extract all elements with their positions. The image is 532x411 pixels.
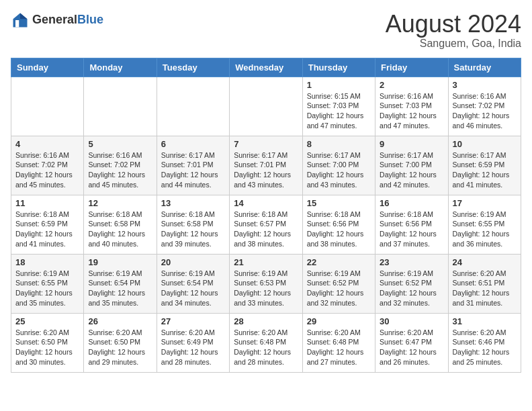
weekday-header-cell: Sunday xyxy=(11,58,84,77)
calendar-day-cell: 14Sunrise: 6:18 AMSunset: 6:57 PMDayligh… xyxy=(230,195,302,254)
calendar-day-cell: 17Sunrise: 6:19 AMSunset: 6:55 PMDayligh… xyxy=(448,195,521,254)
day-number: 8 xyxy=(307,139,371,149)
day-info: Sunrise: 6:18 AMSunset: 6:58 PMDaylight:… xyxy=(88,210,152,249)
svg-rect-2 xyxy=(15,20,19,28)
day-info: Sunrise: 6:18 AMSunset: 6:59 PMDaylight:… xyxy=(15,210,79,249)
calendar-day-cell: 16Sunrise: 6:18 AMSunset: 6:56 PMDayligh… xyxy=(375,195,448,254)
weekday-header-cell: Friday xyxy=(375,58,448,77)
calendar-day-cell: 31Sunrise: 6:20 AMSunset: 6:46 PMDayligh… xyxy=(448,313,521,372)
day-number: 27 xyxy=(161,316,225,326)
day-info: Sunrise: 6:19 AMSunset: 6:52 PMDaylight:… xyxy=(380,269,443,308)
day-number: 25 xyxy=(15,316,79,326)
day-info: Sunrise: 6:17 AMSunset: 6:59 PMDaylight:… xyxy=(453,150,517,190)
day-info: Sunrise: 6:19 AMSunset: 6:55 PMDaylight:… xyxy=(15,269,79,308)
day-info: Sunrise: 6:15 AMSunset: 7:03 PMDaylight:… xyxy=(307,91,371,131)
calendar-week-row: 11Sunrise: 6:18 AMSunset: 6:59 PMDayligh… xyxy=(11,195,521,254)
calendar-day-cell: 20Sunrise: 6:19 AMSunset: 6:54 PMDayligh… xyxy=(157,254,229,313)
calendar-day-cell: 28Sunrise: 6:20 AMSunset: 6:48 PMDayligh… xyxy=(230,313,302,372)
calendar-week-row: 4Sunrise: 6:16 AMSunset: 7:02 PMDaylight… xyxy=(11,136,521,195)
day-info: Sunrise: 6:17 AMSunset: 7:00 PMDaylight:… xyxy=(307,150,371,190)
day-number: 30 xyxy=(380,316,443,326)
day-info: Sunrise: 6:19 AMSunset: 6:52 PMDaylight:… xyxy=(307,269,371,308)
day-number: 26 xyxy=(88,316,152,326)
title-block: August 2024 Sanguem, Goa, India xyxy=(386,11,521,50)
calendar-week-row: 25Sunrise: 6:20 AMSunset: 6:50 PMDayligh… xyxy=(11,313,521,372)
day-number: 9 xyxy=(380,139,443,149)
day-number: 2 xyxy=(380,80,443,90)
logo: GeneralBlue xyxy=(11,11,103,30)
day-info: Sunrise: 6:20 AMSunset: 6:50 PMDaylight:… xyxy=(15,328,79,367)
day-info: Sunrise: 6:20 AMSunset: 6:48 PMDaylight:… xyxy=(307,328,371,367)
day-info: Sunrise: 6:18 AMSunset: 6:56 PMDaylight:… xyxy=(380,210,443,249)
page-header: GeneralBlue August 2024 Sanguem, Goa, In… xyxy=(11,11,521,50)
day-info: Sunrise: 6:20 AMSunset: 6:47 PMDaylight:… xyxy=(380,328,443,367)
calendar-day-cell: 30Sunrise: 6:20 AMSunset: 6:47 PMDayligh… xyxy=(375,313,448,372)
logo-icon xyxy=(11,11,30,30)
day-info: Sunrise: 6:17 AMSunset: 7:01 PMDaylight:… xyxy=(234,150,298,190)
calendar-day-cell: 29Sunrise: 6:20 AMSunset: 6:48 PMDayligh… xyxy=(302,313,375,372)
day-info: Sunrise: 6:17 AMSunset: 7:01 PMDaylight:… xyxy=(161,150,225,190)
day-number: 24 xyxy=(453,257,517,267)
calendar-day-cell xyxy=(84,77,157,136)
calendar-day-cell: 10Sunrise: 6:17 AMSunset: 6:59 PMDayligh… xyxy=(448,136,521,195)
day-number: 31 xyxy=(453,316,517,326)
calendar-day-cell: 6Sunrise: 6:17 AMSunset: 7:01 PMDaylight… xyxy=(157,136,229,195)
calendar-day-cell: 26Sunrise: 6:20 AMSunset: 6:50 PMDayligh… xyxy=(84,313,157,372)
day-info: Sunrise: 6:20 AMSunset: 6:50 PMDaylight:… xyxy=(88,328,152,367)
day-number: 14 xyxy=(234,198,298,208)
calendar-day-cell xyxy=(157,77,229,136)
calendar-table: SundayMondayTuesdayWednesdayThursdayFrid… xyxy=(11,58,521,373)
day-number: 7 xyxy=(234,139,298,149)
svg-marker-1 xyxy=(20,13,28,19)
day-number: 22 xyxy=(307,257,371,267)
day-info: Sunrise: 6:16 AMSunset: 7:02 PMDaylight:… xyxy=(453,91,517,131)
weekday-header-cell: Monday xyxy=(84,58,157,77)
calendar-day-cell: 15Sunrise: 6:18 AMSunset: 6:56 PMDayligh… xyxy=(302,195,375,254)
day-number: 29 xyxy=(307,316,371,326)
calendar-day-cell: 13Sunrise: 6:18 AMSunset: 6:58 PMDayligh… xyxy=(157,195,229,254)
day-number: 13 xyxy=(161,198,225,208)
calendar-day-cell: 1Sunrise: 6:15 AMSunset: 7:03 PMDaylight… xyxy=(302,77,375,136)
day-info: Sunrise: 6:19 AMSunset: 6:53 PMDaylight:… xyxy=(234,269,298,308)
day-number: 23 xyxy=(380,257,443,267)
calendar-day-cell: 24Sunrise: 6:20 AMSunset: 6:51 PMDayligh… xyxy=(448,254,521,313)
day-number: 3 xyxy=(453,80,517,90)
day-info: Sunrise: 6:16 AMSunset: 7:02 PMDaylight:… xyxy=(15,150,79,190)
day-number: 4 xyxy=(15,139,79,149)
weekday-header-cell: Saturday xyxy=(448,58,521,77)
calendar-day-cell: 8Sunrise: 6:17 AMSunset: 7:00 PMDaylight… xyxy=(302,136,375,195)
weekday-header-cell: Tuesday xyxy=(157,58,229,77)
logo-text: GeneralBlue xyxy=(32,13,103,27)
calendar-day-cell: 5Sunrise: 6:16 AMSunset: 7:02 PMDaylight… xyxy=(84,136,157,195)
day-number: 1 xyxy=(307,80,371,90)
calendar-day-cell: 12Sunrise: 6:18 AMSunset: 6:58 PMDayligh… xyxy=(84,195,157,254)
calendar-week-row: 18Sunrise: 6:19 AMSunset: 6:55 PMDayligh… xyxy=(11,254,521,313)
day-info: Sunrise: 6:20 AMSunset: 6:48 PMDaylight:… xyxy=(234,328,298,367)
calendar-day-cell: 2Sunrise: 6:16 AMSunset: 7:03 PMDaylight… xyxy=(375,77,448,136)
calendar-week-row: 1Sunrise: 6:15 AMSunset: 7:03 PMDaylight… xyxy=(11,77,521,136)
day-info: Sunrise: 6:18 AMSunset: 6:56 PMDaylight:… xyxy=(307,210,371,249)
day-info: Sunrise: 6:17 AMSunset: 7:00 PMDaylight:… xyxy=(380,150,443,190)
day-number: 18 xyxy=(15,257,79,267)
calendar-day-cell xyxy=(230,77,302,136)
calendar-day-cell: 21Sunrise: 6:19 AMSunset: 6:53 PMDayligh… xyxy=(230,254,302,313)
calendar-day-cell: 7Sunrise: 6:17 AMSunset: 7:01 PMDaylight… xyxy=(230,136,302,195)
day-number: 19 xyxy=(88,257,152,267)
day-number: 12 xyxy=(88,198,152,208)
location-title: Sanguem, Goa, India xyxy=(386,38,521,50)
day-info: Sunrise: 6:19 AMSunset: 6:55 PMDaylight:… xyxy=(453,210,517,249)
day-number: 15 xyxy=(307,198,371,208)
calendar-day-cell xyxy=(11,77,84,136)
day-info: Sunrise: 6:18 AMSunset: 6:57 PMDaylight:… xyxy=(234,210,298,249)
day-info: Sunrise: 6:16 AMSunset: 7:03 PMDaylight:… xyxy=(380,91,443,131)
calendar-day-cell: 25Sunrise: 6:20 AMSunset: 6:50 PMDayligh… xyxy=(11,313,84,372)
day-number: 20 xyxy=(161,257,225,267)
day-number: 5 xyxy=(88,139,152,149)
day-info: Sunrise: 6:19 AMSunset: 6:54 PMDaylight:… xyxy=(161,269,225,308)
calendar-body: 1Sunrise: 6:15 AMSunset: 7:03 PMDaylight… xyxy=(11,77,521,372)
calendar-day-cell: 22Sunrise: 6:19 AMSunset: 6:52 PMDayligh… xyxy=(302,254,375,313)
day-info: Sunrise: 6:20 AMSunset: 6:51 PMDaylight:… xyxy=(453,269,517,308)
weekday-header-cell: Wednesday xyxy=(230,58,302,77)
calendar-day-cell: 9Sunrise: 6:17 AMSunset: 7:00 PMDaylight… xyxy=(375,136,448,195)
calendar-day-cell: 11Sunrise: 6:18 AMSunset: 6:59 PMDayligh… xyxy=(11,195,84,254)
